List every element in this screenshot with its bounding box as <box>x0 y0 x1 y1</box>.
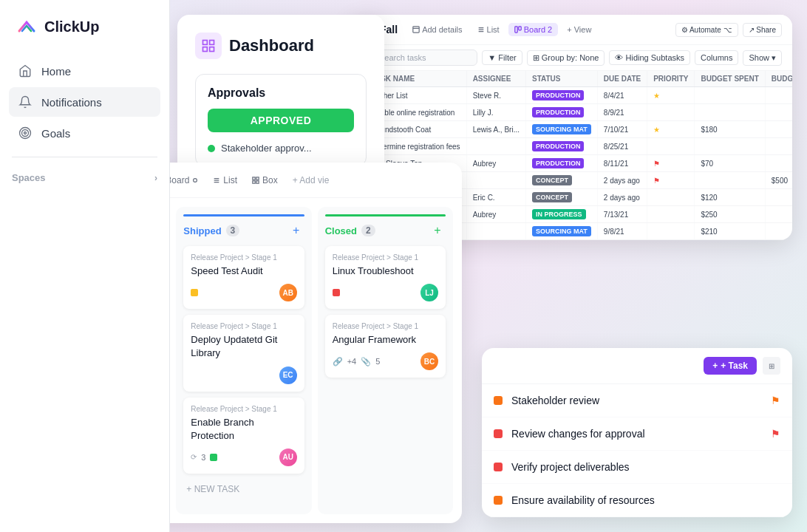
home-icon <box>18 64 33 78</box>
task-card[interactable]: Release Project > Stage 1 Angular Framew… <box>325 315 446 378</box>
group-by-btn[interactable]: ⊞ Group by: None <box>527 50 605 66</box>
avatar: EC <box>279 366 297 384</box>
task-card[interactable]: Release Project > Stage 1 Linux Troubles… <box>325 246 446 309</box>
col-count-shipped: 3 <box>226 225 240 236</box>
task-footer: 🔗 +4 📎 5 BC <box>333 352 438 370</box>
col-add-shipped[interactable]: + <box>288 222 304 239</box>
kanban-col-shipped: Shipped 3 + Release Project > Stage 1 Sp… <box>176 207 311 514</box>
task-item-title: Review changes for approval <box>511 428 762 440</box>
link-icon: 🔗 <box>333 357 343 366</box>
svg-point-20 <box>194 178 197 182</box>
status-dot-orange <box>494 496 503 505</box>
add-view-btn[interactable]: + Add vie <box>287 172 336 188</box>
shipped-label: Shipped <box>183 225 221 236</box>
svg-point-1 <box>22 130 29 137</box>
sheet-tab-details[interactable]: Add details <box>406 23 468 36</box>
sidebar-item-home[interactable]: Home <box>9 56 160 86</box>
sidebar-item-goals[interactable]: Goals <box>9 118 160 148</box>
nav-home-label: Home <box>41 65 71 78</box>
new-task-btn-shipped[interactable]: + NEW TASK <box>183 480 304 499</box>
svg-rect-6 <box>210 47 214 52</box>
view-tabs: Board List Box + Add vie <box>149 172 335 188</box>
svg-rect-26 <box>253 180 255 183</box>
search-placeholder: Search tasks <box>379 53 426 62</box>
grid-icon[interactable]: ⊞ <box>763 357 780 375</box>
sheet-header: 🍂 Fall Add details List Board 2 + View <box>349 15 792 45</box>
subtask-icon: ⟳ <box>191 453 197 461</box>
attach-count: 5 <box>375 357 380 366</box>
task-card[interactable]: Release Project > Stage 1 Deploy Updatet… <box>183 315 304 391</box>
stakeholder-row: Stakeholder approv... <box>208 143 354 154</box>
tab-list[interactable]: List <box>207 172 243 188</box>
table-row[interactable]: 4 Determine registration fees PRODUCTION… <box>349 138 792 155</box>
task-meta: 🔗 +4 📎 5 <box>333 357 381 366</box>
task-title: Linux Troubleshoot <box>333 265 438 278</box>
avatar: AU <box>279 449 297 466</box>
task-title: Enable Branch Protection <box>191 416 296 443</box>
sheet-tabs: Add details List Board 2 + View <box>406 23 597 36</box>
status-dot-orange <box>494 396 503 405</box>
flag-icon-orange: ⚑ <box>771 395 780 406</box>
task-item-title: Ensure availability of resources <box>511 494 780 506</box>
list-item[interactable]: Stakeholder review ⚑ <box>482 384 792 417</box>
col-title-closed: Closed 2 <box>325 225 375 236</box>
spaces-header[interactable]: Spaces › <box>0 166 169 189</box>
task-item-title: Stakeholder review <box>511 395 762 406</box>
tab-box[interactable]: Box <box>246 172 284 188</box>
spaces-label: Spaces <box>12 172 46 183</box>
share-btn[interactable]: ↗ Share <box>743 23 782 37</box>
table-row[interactable]: 1 Gather List Steve R. PRODUCTION 8/4/21… <box>349 87 792 104</box>
task-title: Angular Framework <box>333 333 438 347</box>
avatar: AB <box>279 284 297 301</box>
sheet-tab-board[interactable]: Board 2 <box>508 23 559 36</box>
hiding-btn[interactable]: 👁 Hiding Subtasks <box>609 50 690 65</box>
svg-point-0 <box>20 128 31 139</box>
task-footer: EC <box>191 366 296 384</box>
svg-rect-4 <box>210 41 214 45</box>
task-card[interactable]: Release Project > Stage 1 Enable Branch … <box>183 398 304 474</box>
list-item[interactable]: Verify project deliverables <box>482 451 792 484</box>
task-path: Release Project > Stage 1 <box>191 253 296 262</box>
sheet-tab-addview[interactable]: + View <box>561 23 597 36</box>
col-add-closed[interactable]: + <box>429 222 446 239</box>
task-card[interactable]: Release Project > Stage 1 Speed Test Aud… <box>183 246 304 309</box>
list-item[interactable]: Review changes for approval ⚑ <box>482 417 792 451</box>
tag-dot <box>191 289 198 296</box>
filter-btn[interactable]: ▼ Filter <box>482 50 522 65</box>
task-list-card: + + Task ⊞ Stakeholder review ⚑ Review c… <box>482 348 792 517</box>
svg-rect-25 <box>256 177 259 179</box>
col-title-shipped: Shipped 3 <box>183 225 239 236</box>
status-dot-red <box>494 429 503 438</box>
table-row[interactable]: 2 Enable online registration Lilly J. PR… <box>349 104 792 121</box>
status-dot-green <box>208 145 215 152</box>
task-list-header: + + Task ⊞ <box>482 348 792 384</box>
add-task-btn[interactable]: + + Task <box>704 357 757 375</box>
plus-icon: + <box>712 361 718 371</box>
sidebar: ClickUp Home Notifications Goals <box>0 0 170 532</box>
list-item[interactable]: Ensure availability of resources <box>482 484 792 517</box>
dashboard-icon <box>195 33 222 59</box>
show-btn[interactable]: Show ▾ <box>743 50 782 66</box>
svg-point-2 <box>24 132 27 134</box>
col-header-shipped: Shipped 3 + <box>183 222 304 239</box>
sidebar-divider <box>12 157 157 157</box>
task-footer: LJ <box>333 284 438 301</box>
svg-rect-5 <box>203 47 208 52</box>
svg-rect-3 <box>203 41 208 45</box>
automate-btn[interactable]: ⚙ Automate ⌥ <box>675 23 738 37</box>
flag-icon-red: ⚑ <box>771 428 780 440</box>
task-title: Deploy Updatetd Git Library <box>191 333 296 360</box>
col-budget-remaining: BUDGET REMAINING <box>765 71 792 87</box>
link-count: +4 <box>347 357 357 366</box>
clickup-logo-icon <box>15 15 38 38</box>
col-header-closed: Closed 2 + <box>325 222 446 239</box>
approvals-title: Approvals <box>208 86 354 100</box>
columns-btn[interactable]: Columns <box>695 50 738 65</box>
task-footer: AB <box>191 284 296 301</box>
sidebar-item-notifications[interactable]: Notifications <box>9 87 160 117</box>
table-row[interactable]: 3 Houndstooth Coat Lewis A., Bri... SOUR… <box>349 121 792 138</box>
col-due: DUE DATE <box>597 71 647 87</box>
sheet-tab-list[interactable]: List <box>471 23 505 36</box>
avatar: LJ <box>420 284 438 301</box>
logo-container: ClickUp <box>0 15 169 56</box>
